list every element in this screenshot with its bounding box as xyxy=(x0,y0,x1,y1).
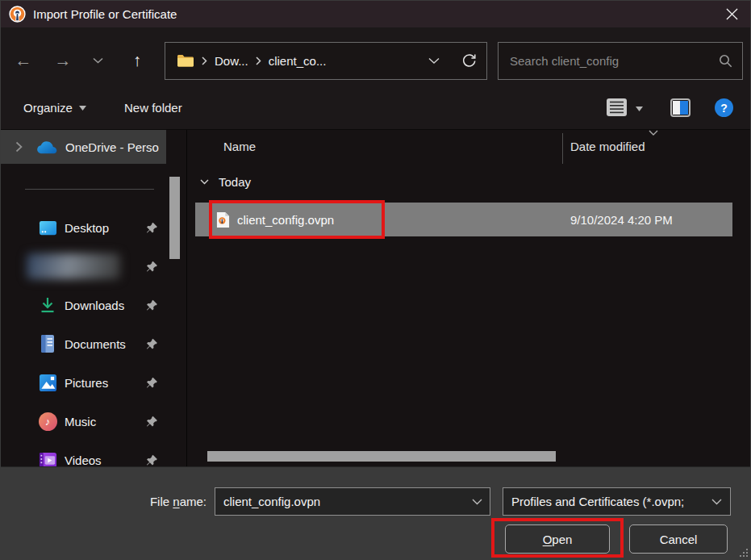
address-dropdown-button[interactable] xyxy=(428,57,440,65)
organize-button[interactable]: Organize xyxy=(23,86,86,130)
pin-icon[interactable] xyxy=(146,299,158,311)
up-button[interactable]: ↑ xyxy=(119,45,156,76)
resize-grip[interactable] xyxy=(739,545,748,559)
title-bar: Import Profile or Certificate xyxy=(1,1,750,27)
pin-icon[interactable] xyxy=(146,222,158,234)
openvpn-logo-icon xyxy=(9,6,26,23)
file-name: client_config.ovpn xyxy=(237,213,334,227)
preview-pane-icon xyxy=(670,98,691,117)
breadcrumb-client-config[interactable]: client_co... xyxy=(269,54,327,68)
file-date-modified: 9/10/2024 4:20 PM xyxy=(570,213,673,227)
pictures-icon xyxy=(38,373,57,392)
file-type-select[interactable]: Profiles and Certificates (*.ovpn; xyxy=(503,487,731,516)
file-row-client-config[interactable]: client_config.ovpn 9/10/2024 4:20 PM xyxy=(195,203,732,236)
search-box xyxy=(498,42,743,80)
group-label: Today xyxy=(219,175,251,189)
sidebar-item-downloads[interactable]: Downloads xyxy=(1,286,166,324)
sidebar-item-label: Videos xyxy=(65,453,102,467)
address-bar[interactable]: Dow... client_co... xyxy=(165,42,487,80)
pin-icon[interactable] xyxy=(146,377,158,389)
folder-icon xyxy=(177,54,194,68)
change-view-button[interactable] xyxy=(606,98,628,117)
search-input[interactable] xyxy=(499,54,719,68)
chevron-right-icon xyxy=(15,141,23,153)
chevron-down-icon xyxy=(93,57,103,64)
close-button[interactable] xyxy=(713,1,750,27)
forward-arrow-icon: → xyxy=(55,51,72,70)
pin-icon[interactable] xyxy=(146,261,158,273)
help-button[interactable]: ? xyxy=(715,98,733,117)
sidebar-item-pictures[interactable]: Pictures xyxy=(1,363,166,402)
file-name-combobox xyxy=(215,487,490,516)
file-name-label: File name: xyxy=(98,487,207,516)
up-arrow-icon: ↑ xyxy=(133,51,142,70)
chevron-down-icon[interactable] xyxy=(472,499,482,505)
sidebar-item-label: Music xyxy=(65,415,96,428)
view-options-caret-button[interactable] xyxy=(636,107,643,111)
column-header-date-modified[interactable]: Date modified xyxy=(570,140,645,153)
search-icon xyxy=(719,54,732,68)
sidebar-item-documents[interactable]: Documents xyxy=(1,324,166,363)
back-button[interactable]: ← xyxy=(7,45,40,76)
documents-icon xyxy=(38,334,57,353)
sidebar-pinned-items: Desktop Downloads xyxy=(1,208,166,479)
command-toolbar: Organize New folder xyxy=(1,86,750,130)
sidebar-item-label: Downloads xyxy=(65,299,124,312)
onedrive-cloud-icon xyxy=(36,140,57,154)
sort-chevron-icon[interactable] xyxy=(649,130,658,136)
group-header-today[interactable]: Today xyxy=(200,175,251,189)
organize-label: Organize xyxy=(23,101,73,115)
caret-down-icon xyxy=(636,107,643,111)
pin-icon[interactable] xyxy=(146,454,158,466)
recent-locations-button[interactable] xyxy=(81,45,114,76)
horizontal-scrollbar[interactable] xyxy=(207,451,556,462)
file-name-input[interactable] xyxy=(215,495,472,508)
close-icon xyxy=(726,8,738,20)
sidebar-divider xyxy=(25,189,154,190)
refresh-button[interactable] xyxy=(461,53,477,69)
sidebar-item-label: Desktop xyxy=(65,221,109,235)
sidebar-scrollbar[interactable] xyxy=(169,177,180,259)
sidebar-item-music[interactable]: ♪ Music xyxy=(1,402,166,441)
sidebar: OneDrive - Perso Desktop xyxy=(1,130,186,466)
file-type-value: Profiles and Certificates (*.ovpn; xyxy=(511,495,711,508)
list-view-icon xyxy=(606,98,628,117)
pin-icon[interactable] xyxy=(146,416,158,428)
sidebar-item-label: Pictures xyxy=(65,376,108,390)
ovpn-file-icon xyxy=(216,211,230,228)
forward-button[interactable]: → xyxy=(46,45,80,76)
help-icon: ? xyxy=(720,102,728,115)
desktop-icon xyxy=(38,218,57,237)
sidebar-item-label: Documents xyxy=(65,337,126,351)
back-arrow-icon: ← xyxy=(15,51,32,70)
pin-icon[interactable] xyxy=(146,338,158,350)
chevron-down-icon xyxy=(711,499,722,505)
window-title: Import Profile or Certificate xyxy=(33,7,177,21)
preview-pane-button[interactable] xyxy=(670,98,691,117)
column-header-name[interactable]: Name xyxy=(223,140,256,153)
sidebar-item-label: OneDrive - Perso xyxy=(65,140,159,154)
refresh-icon xyxy=(461,53,477,69)
chevron-down-icon xyxy=(200,179,209,185)
sidebar-item-onedrive[interactable]: OneDrive - Perso xyxy=(1,130,166,164)
music-icon: ♪ xyxy=(39,412,57,431)
new-folder-button[interactable]: New folder xyxy=(124,86,182,130)
chevron-right-icon xyxy=(202,56,207,65)
caret-down-icon xyxy=(79,106,86,111)
navigation-bar: ← → ↑ Dow... xyxy=(1,27,750,86)
column-separator[interactable] xyxy=(562,133,563,164)
blurred-label xyxy=(27,253,120,279)
sidebar-item-desktop[interactable]: Desktop xyxy=(1,208,166,247)
chevron-right-icon xyxy=(256,56,261,65)
breadcrumb-downloads[interactable]: Dow... xyxy=(215,54,248,68)
file-list: Name Date modified Today xyxy=(186,130,751,466)
dialog-footer: File name: Profiles and Certificates (*.… xyxy=(1,466,750,560)
sidebar-item-user-blurred[interactable] xyxy=(1,247,166,286)
downloads-icon xyxy=(38,295,57,315)
open-button[interactable]: Open xyxy=(505,524,610,554)
new-folder-label: New folder xyxy=(124,101,182,115)
cancel-button[interactable]: Cancel xyxy=(629,524,728,554)
import-dialog-window: Import Profile or Certificate ← → ↑ xyxy=(0,0,751,560)
